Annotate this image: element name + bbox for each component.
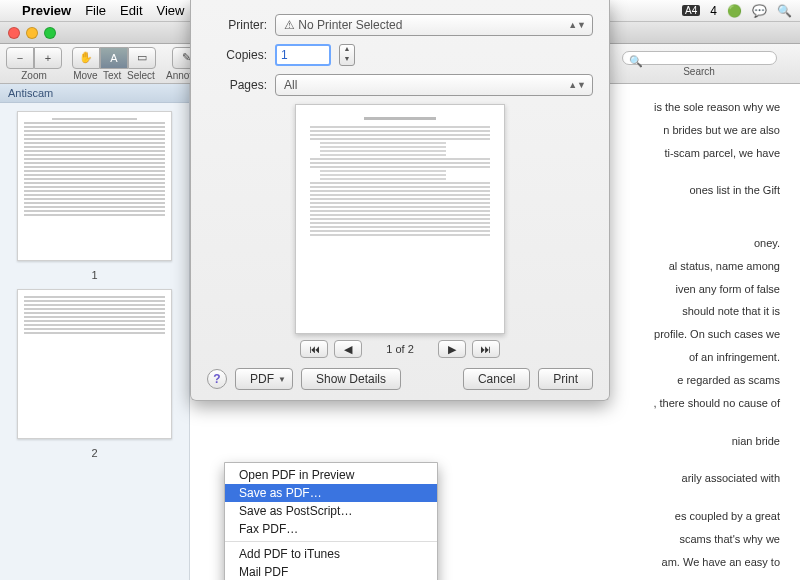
menu-save-as-postscript[interactable]: Save as PostScript… xyxy=(225,502,437,520)
itunes-menuextra-icon[interactable]: 🟢 xyxy=(727,4,742,18)
menu-view[interactable]: View xyxy=(157,3,185,18)
select-tool-button[interactable]: ▭ xyxy=(128,47,156,69)
copies-stepper[interactable]: ▲▼ xyxy=(339,44,355,66)
printer-value: ⚠ No Printer Selected xyxy=(284,18,402,32)
prev-page-button[interactable]: ◀ xyxy=(334,340,362,358)
pages-label: Pages: xyxy=(207,78,267,92)
first-page-button[interactable]: ⏮ xyxy=(300,340,328,358)
menuextra-count: 4 xyxy=(710,4,717,18)
search-group: 🔍 Search xyxy=(604,51,794,77)
print-preview xyxy=(295,104,505,334)
menu-open-pdf-preview[interactable]: Open PDF in Preview xyxy=(225,466,437,484)
search-icon: 🔍 xyxy=(629,55,643,68)
search-label: Search xyxy=(683,66,715,77)
pages-value: All xyxy=(284,78,297,92)
chevron-updown-icon: ▲▼ xyxy=(568,80,586,90)
printer-select[interactable]: ⚠ No Printer Selected ▲▼ xyxy=(275,14,593,36)
cancel-button[interactable]: Cancel xyxy=(463,368,530,390)
text-tool-button[interactable]: A xyxy=(100,47,128,69)
page-thumbnail-2[interactable] xyxy=(17,289,172,439)
app-menu[interactable]: Preview xyxy=(22,3,71,18)
move-tool-button[interactable]: ✋ xyxy=(72,47,100,69)
next-page-button[interactable]: ▶ xyxy=(438,340,466,358)
page-indicator: 1 of 2 xyxy=(386,343,414,355)
menu-mail-pdf[interactable]: Mail PDF xyxy=(225,563,437,580)
copies-input[interactable] xyxy=(275,44,331,66)
menu-edit[interactable]: Edit xyxy=(120,3,142,18)
chevron-down-icon: ▼ xyxy=(278,375,286,384)
search-input[interactable]: 🔍 xyxy=(622,51,777,65)
pdf-dropdown-button[interactable]: PDF▼ xyxy=(235,368,293,390)
last-page-button[interactable]: ⏭ xyxy=(472,340,500,358)
printer-label: Printer: xyxy=(207,18,267,32)
menu-add-pdf-itunes[interactable]: Add PDF to iTunes xyxy=(225,545,437,563)
pdf-dropdown-menu: Open PDF in Preview Save as PDF… Save as… xyxy=(224,462,438,580)
page-thumbnail-1[interactable] xyxy=(17,111,172,261)
pages-select[interactable]: All ▲▼ xyxy=(275,74,593,96)
zoom-out-button[interactable]: − xyxy=(6,47,34,69)
thumbnails-sidebar: Antiscam 1 2 xyxy=(0,84,190,580)
print-button[interactable]: Print xyxy=(538,368,593,390)
print-dialog-sheet: Printer: ⚠ No Printer Selected ▲▼ Copies… xyxy=(190,0,610,401)
zoom-in-button[interactable]: + xyxy=(34,47,62,69)
menubar-extras: A4 4 🟢 💬 🔍 xyxy=(682,4,792,18)
tool-group: ✋ A ▭ Move Text Select xyxy=(72,47,156,81)
chevron-updown-icon: ▲▼ xyxy=(568,20,586,30)
thumbnail-label-1: 1 xyxy=(91,269,97,281)
copies-label: Copies: xyxy=(207,48,267,62)
menu-fax-pdf[interactable]: Fax PDF… xyxy=(225,520,437,538)
chat-menuextra-icon[interactable]: 💬 xyxy=(752,4,767,18)
sidebar-document-title: Antiscam xyxy=(0,84,189,103)
show-details-button[interactable]: Show Details xyxy=(301,368,401,390)
menu-file[interactable]: File xyxy=(85,3,106,18)
thumbnail-label-2: 2 xyxy=(91,447,97,459)
adobe-menuextra-icon[interactable]: A4 xyxy=(682,5,700,16)
help-button[interactable]: ? xyxy=(207,369,227,389)
zoom-label: Zoom xyxy=(21,70,47,81)
zoom-group: − + Zoom xyxy=(6,47,62,81)
page-nav: ⏮ ◀ 1 of 2 ▶ ⏭ xyxy=(207,340,593,358)
menu-save-as-pdf[interactable]: Save as PDF… xyxy=(225,484,437,502)
search-field[interactable] xyxy=(645,52,768,64)
spotlight-menuextra-icon[interactable]: 🔍 xyxy=(777,4,792,18)
